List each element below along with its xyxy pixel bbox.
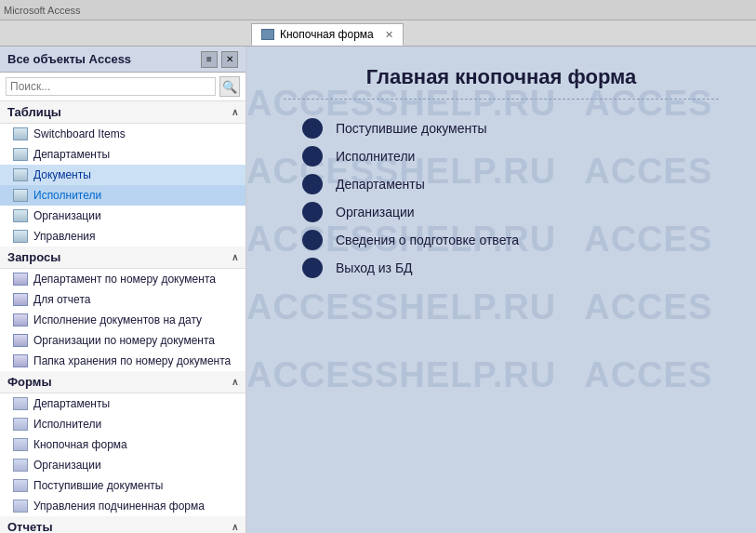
nav-menu-btn[interactable]: ≡ bbox=[201, 51, 218, 68]
search-bar: 🔍 bbox=[0, 73, 245, 101]
nav-item-form3[interactable]: Кнопочная форма bbox=[0, 434, 245, 455]
nav-header: Все объекты Access ≡ ✕ bbox=[0, 47, 245, 73]
table-icon bbox=[13, 189, 28, 202]
section-reports-chevron: ∧ bbox=[232, 522, 238, 532]
nav-item-upravleniya[interactable]: Управления bbox=[0, 226, 245, 247]
section-tables-label: Таблицы bbox=[7, 105, 61, 119]
section-queries[interactable]: Запросы ∧ bbox=[0, 247, 245, 269]
nav-item-label: Управления bbox=[33, 230, 96, 243]
nav-item-label: Исполнители bbox=[33, 418, 101, 431]
form-content: Главная кнопочная форма Поступившие доку… bbox=[246, 47, 756, 297]
nav-item-dokumenty[interactable]: Документы bbox=[0, 165, 245, 185]
nav-item-label: Исполнение документов на дату bbox=[33, 313, 202, 326]
query-icon bbox=[13, 313, 28, 326]
watermark-text: ACCESSHELP.RU bbox=[246, 346, 556, 405]
nav-item-form2[interactable]: Исполнители bbox=[0, 414, 245, 434]
nav-item-query5[interactable]: Папка хранения по номеру документа bbox=[0, 351, 245, 371]
app-title: Microsoft Access bbox=[4, 5, 81, 16]
form-btn-label-3[interactable]: Организации bbox=[336, 205, 415, 220]
form-buttons: Поступившие документы Исполнители Департ… bbox=[302, 118, 719, 278]
section-queries-chevron: ∧ bbox=[232, 252, 238, 262]
nav-item-form4[interactable]: Организации bbox=[0, 455, 245, 475]
query-icon bbox=[13, 354, 28, 367]
nav-item-label: Поступившие документы bbox=[33, 479, 163, 492]
nav-item-label: Организации по номеру документа bbox=[33, 334, 215, 347]
nav-item-label: Департамент по номеру документа bbox=[33, 273, 216, 286]
query-icon bbox=[13, 334, 28, 347]
nav-item-ispolniteli[interactable]: Исполнители bbox=[0, 185, 245, 206]
form-btn-label-2[interactable]: Департаменты bbox=[336, 177, 425, 192]
table-icon bbox=[13, 127, 28, 140]
search-button[interactable]: 🔍 bbox=[219, 76, 240, 97]
tab-switchboard-form[interactable]: Кнопочная форма ✕ bbox=[251, 23, 404, 46]
form-btn-row-2: Департаменты bbox=[302, 174, 719, 194]
query-icon bbox=[13, 273, 28, 286]
form-panel: ACCESSHELP.RU ACCES ACCESSHELP.RU ACCES … bbox=[246, 47, 756, 533]
nav-close-btn[interactable]: ✕ bbox=[221, 51, 238, 68]
form-btn-row-5: Выход из БД bbox=[302, 258, 719, 278]
btn-circle-0[interactable] bbox=[302, 118, 323, 139]
section-forms-label: Формы bbox=[7, 375, 52, 389]
tab-label: Кнопочная форма bbox=[280, 28, 374, 41]
table-icon bbox=[13, 209, 28, 222]
section-reports-label: Отчеты bbox=[7, 520, 53, 533]
form-icon bbox=[13, 500, 28, 513]
section-reports[interactable]: Отчеты ∧ bbox=[0, 516, 245, 533]
nav-item-organizacii[interactable]: Организации bbox=[0, 206, 245, 226]
form-btn-row-1: Исполнители bbox=[302, 146, 719, 167]
form-icon bbox=[13, 418, 28, 431]
query-icon bbox=[13, 293, 28, 306]
nav-item-query4[interactable]: Организации по номеру документа bbox=[0, 330, 245, 351]
nav-item-departamenty[interactable]: Департаменты bbox=[0, 144, 245, 165]
nav-item-form6[interactable]: Управления подчиненная форма bbox=[0, 496, 245, 516]
form-icon bbox=[13, 459, 28, 472]
nav-item-switchboard[interactable]: Switchboard Items bbox=[0, 124, 245, 144]
section-tables[interactable]: Таблицы ∧ bbox=[0, 101, 245, 124]
form-btn-label-5[interactable]: Выход из БД bbox=[336, 260, 413, 275]
section-tables-chevron: ∧ bbox=[232, 107, 238, 117]
nav-item-label: Департаменты bbox=[33, 148, 110, 161]
form-btn-row-0: Поступившие документы bbox=[302, 118, 719, 139]
nav-item-label: Switchboard Items bbox=[33, 127, 126, 140]
nav-item-form1[interactable]: Департаменты bbox=[0, 393, 245, 414]
btn-circle-5[interactable] bbox=[302, 258, 323, 278]
btn-circle-4[interactable] bbox=[302, 230, 323, 250]
tab-bar: Кнопочная форма ✕ bbox=[0, 20, 756, 47]
btn-circle-2[interactable] bbox=[302, 174, 323, 194]
table-icon bbox=[13, 148, 28, 161]
nav-item-label: Для отчета bbox=[33, 293, 90, 306]
nav-content: Таблицы ∧ Switchboard Items Департаменты… bbox=[0, 101, 245, 533]
nav-item-form5[interactable]: Поступившие документы bbox=[0, 475, 245, 496]
btn-circle-3[interactable] bbox=[302, 202, 323, 222]
section-forms-chevron: ∧ bbox=[232, 377, 238, 387]
nav-item-query3[interactable]: Исполнение документов на дату bbox=[0, 310, 245, 330]
section-queries-label: Запросы bbox=[7, 250, 60, 264]
nav-item-label: Организации bbox=[33, 209, 101, 222]
form-btn-row-3: Организации bbox=[302, 202, 719, 222]
form-icon bbox=[13, 438, 28, 451]
form-btn-label-1[interactable]: Исполнители bbox=[336, 149, 415, 164]
table-icon bbox=[13, 168, 28, 181]
nav-item-label: Кнопочная форма bbox=[33, 438, 127, 451]
nav-item-label: Документы bbox=[33, 168, 91, 181]
form-icon bbox=[13, 397, 28, 410]
form-btn-label-0[interactable]: Поступившие документы bbox=[336, 121, 487, 136]
close-icon[interactable]: ✕ bbox=[385, 29, 393, 41]
nav-header-controls: ≡ ✕ bbox=[201, 51, 238, 68]
nav-item-label: Организации bbox=[33, 459, 101, 472]
nav-item-query2[interactable]: Для отчета bbox=[0, 289, 245, 310]
section-forms[interactable]: Формы ∧ bbox=[0, 371, 245, 393]
nav-panel: Все объекты Access ≡ ✕ 🔍 Таблицы ∧ Switc… bbox=[0, 47, 246, 533]
form-btn-label-4[interactable]: Сведения о подготовке ответа bbox=[336, 233, 519, 247]
watermark-text: ACCES bbox=[584, 346, 712, 405]
form-divider bbox=[284, 99, 719, 100]
nav-item-query1[interactable]: Департамент по номеру документа bbox=[0, 269, 245, 289]
btn-circle-1[interactable] bbox=[302, 146, 323, 167]
nav-title: Все объекты Access bbox=[7, 52, 131, 66]
search-input[interactable] bbox=[6, 77, 216, 96]
nav-item-label: Исполнители bbox=[33, 189, 101, 202]
form-icon bbox=[13, 479, 28, 492]
nav-item-label: Департаменты bbox=[33, 397, 110, 410]
form-title: Главная кнопочная форма bbox=[284, 65, 719, 89]
nav-item-label: Папка хранения по номеру документа bbox=[33, 354, 231, 367]
